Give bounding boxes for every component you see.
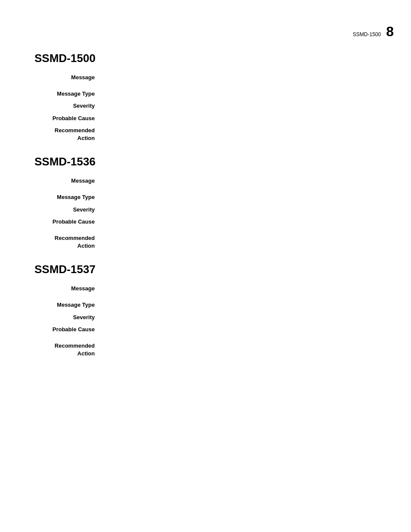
field-value-probablecause-1536 [103, 218, 394, 226]
field-label-recommendedaction-1536: RecommendedAction [34, 234, 103, 250]
section-title-ssmd-1537: SSMD-1537 [34, 263, 394, 276]
field-label-message-1536: Message [34, 177, 103, 185]
field-row-probablecause-1500: Probable Cause [34, 115, 394, 122]
field-label-recommendedaction-1537: RecommendedAction [34, 342, 103, 358]
field-row-severity-1500: Severity [34, 102, 394, 110]
field-value-messagetype-1500 [103, 90, 394, 98]
field-row-message-1537: Message [34, 285, 394, 292]
field-label-messagetype-1537: Message Type [34, 301, 103, 309]
page-content: SSMD-1500 Message Message Type Severity … [0, 0, 411, 396]
section-ssmd-1537: SSMD-1537 Message Message Type Severity … [34, 263, 394, 358]
field-value-probablecause-1537 [103, 326, 394, 333]
field-value-message-1536 [103, 177, 394, 185]
field-label-probablecause-1537: Probable Cause [34, 326, 103, 333]
section-title-ssmd-1500: SSMD-1500 [34, 52, 394, 65]
field-value-message-1537 [103, 285, 394, 292]
field-label-message-1500: Message [34, 74, 103, 81]
field-row-message-1536: Message [34, 177, 394, 185]
field-value-message-1500 [103, 74, 394, 81]
field-row-recommendedaction-1537: RecommendedAction [34, 342, 394, 358]
field-row-message-1500: Message [34, 74, 394, 81]
field-value-probablecause-1500 [103, 115, 394, 122]
section-ssmd-1536: SSMD-1536 Message Message Type Severity … [34, 155, 394, 250]
header-title: SSMD-1500 [353, 31, 381, 37]
field-label-recommendedaction-1500: RecommendedAction [34, 127, 103, 142]
field-value-severity-1500 [103, 102, 394, 110]
field-value-severity-1537 [103, 314, 394, 321]
field-row-recommendedaction-1536: RecommendedAction [34, 234, 394, 250]
field-row-probablecause-1536: Probable Cause [34, 218, 394, 226]
field-row-recommendedaction-1500: RecommendedAction [34, 127, 394, 142]
field-row-severity-1536: Severity [34, 206, 394, 214]
section-title-ssmd-1536: SSMD-1536 [34, 155, 394, 168]
field-value-messagetype-1537 [103, 301, 394, 309]
field-value-recommendedaction-1500 [103, 127, 394, 142]
field-label-severity-1537: Severity [34, 314, 103, 321]
section-ssmd-1500: SSMD-1500 Message Message Type Severity … [34, 52, 394, 142]
field-value-severity-1536 [103, 206, 394, 214]
field-label-messagetype-1536: Message Type [34, 193, 103, 201]
field-label-messagetype-1500: Message Type [34, 90, 103, 98]
header-page-number: 8 [386, 24, 394, 40]
field-row-probablecause-1537: Probable Cause [34, 326, 394, 333]
field-label-probablecause-1500: Probable Cause [34, 115, 103, 122]
field-label-severity-1500: Severity [34, 102, 103, 110]
field-row-messagetype-1537: Message Type [34, 301, 394, 309]
page-header: SSMD-1500 8 [353, 24, 394, 40]
field-label-severity-1536: Severity [34, 206, 103, 214]
field-value-recommendedaction-1537 [103, 342, 394, 358]
field-value-messagetype-1536 [103, 193, 394, 201]
field-label-message-1537: Message [34, 285, 103, 292]
field-row-messagetype-1500: Message Type [34, 90, 394, 98]
field-row-messagetype-1536: Message Type [34, 193, 394, 201]
field-value-recommendedaction-1536 [103, 234, 394, 250]
field-label-probablecause-1536: Probable Cause [34, 218, 103, 226]
field-row-severity-1537: Severity [34, 314, 394, 321]
